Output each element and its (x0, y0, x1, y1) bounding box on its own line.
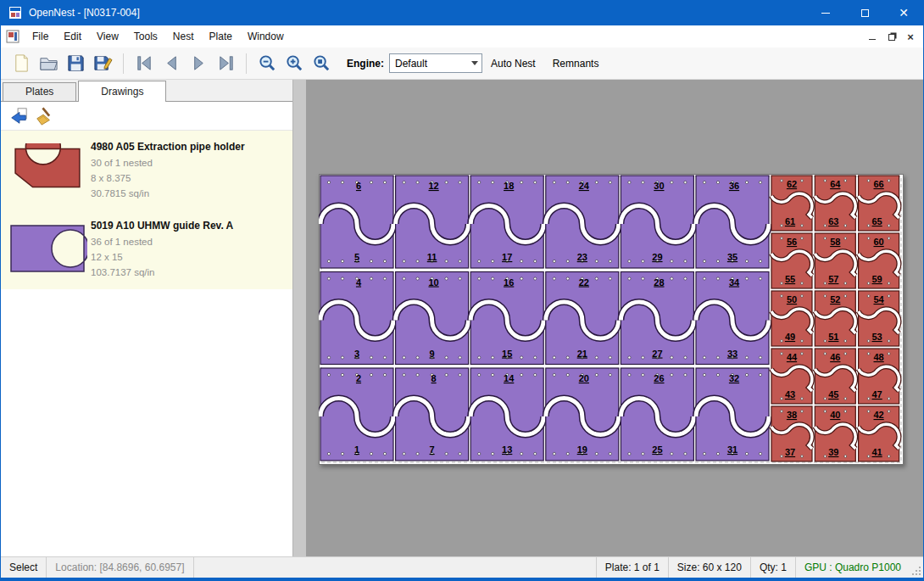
part-number: 12 (428, 181, 438, 191)
nested-part-pair-purple[interactable]: 28 27 (621, 272, 693, 365)
drill-hole (403, 181, 405, 183)
nested-part-pair-purple[interactable]: 22 21 (546, 272, 619, 365)
part-number: 44 (787, 352, 798, 362)
save-as-button[interactable] (89, 51, 116, 76)
nested-part-pair-purple[interactable]: 6 5 (320, 176, 393, 268)
nested-part-pair-red[interactable]: 58 57 (815, 233, 855, 288)
next-plate-button[interactable] (185, 51, 212, 76)
part-number: 54 (873, 294, 884, 304)
nested-part-pair-red[interactable]: 46 45 (815, 349, 855, 404)
menu-tools[interactable]: Tools (126, 26, 165, 47)
nested-part-pair-red[interactable]: 54 53 (859, 291, 899, 346)
previous-plate-button[interactable] (158, 51, 185, 76)
grip-dots-icon (911, 566, 921, 576)
chevron-down-icon[interactable] (467, 54, 481, 72)
nest-canvas[interactable]: 6 5 12 11 18 17 24 23 30 29 36 35 (293, 80, 923, 556)
drill-hole (781, 398, 783, 400)
menu-file[interactable]: File (25, 26, 56, 47)
clear-drawings-button[interactable] (31, 104, 57, 128)
close-button[interactable]: ✕ (884, 0, 923, 25)
nested-part-pair-red[interactable]: 40 39 (815, 406, 855, 461)
nested-part-pair-red[interactable]: 44 43 (771, 349, 812, 404)
load-drawings-button[interactable] (6, 104, 31, 128)
drill-hole (445, 277, 448, 280)
nested-part-pair-purple[interactable]: 32 31 (696, 368, 769, 461)
menu-view[interactable]: View (89, 26, 126, 47)
menu-nest[interactable]: Nest (165, 26, 202, 47)
zoom-fit-button[interactable] (308, 51, 335, 76)
nested-part-pair-purple[interactable]: 18 17 (470, 176, 543, 268)
tab-plates[interactable]: Plates (3, 82, 76, 101)
nested-part-pair-purple[interactable]: 26 25 (621, 368, 693, 461)
drill-hole (327, 452, 330, 455)
drill-hole (844, 398, 847, 400)
mdi-restore-button[interactable] (882, 27, 903, 46)
menu-edit[interactable]: Edit (56, 26, 89, 47)
tab-drawings[interactable]: Drawings (78, 81, 166, 102)
panel-tabstrip: Plates Drawings (1, 80, 292, 102)
nested-part-pair-red[interactable]: 50 49 (771, 291, 812, 346)
zoom-out-button[interactable] (253, 51, 281, 76)
nested-part-pair-red[interactable]: 60 59 (859, 233, 899, 288)
nested-part-pair-red[interactable]: 64 63 (815, 176, 855, 231)
drill-hole (370, 452, 372, 455)
nested-part-pair-red[interactable]: 48 47 (859, 349, 899, 404)
open-button[interactable] (35, 51, 62, 76)
nested-part-pair-red[interactable]: 62 61 (771, 176, 812, 231)
part-number: 35 (727, 252, 738, 262)
nested-part-pair-purple[interactable]: 34 33 (696, 272, 769, 365)
remnants-button[interactable]: Remnants (544, 53, 608, 75)
nested-part-pair-purple[interactable]: 10 9 (396, 272, 469, 365)
drill-hole (628, 356, 631, 359)
drill-hole (824, 340, 827, 343)
drawing-area: 30.7815 sq/in (91, 187, 245, 202)
drill-hole (703, 356, 705, 359)
plate[interactable]: 6 5 12 11 18 17 24 23 30 29 36 35 (319, 174, 904, 465)
nested-part-pair-purple[interactable]: 36 35 (696, 176, 769, 268)
drill-hole (609, 452, 611, 455)
drill-hole (478, 181, 481, 183)
nested-part-pair-purple[interactable]: 20 19 (546, 368, 619, 461)
drawing-item-5019[interactable]: 5019 A10 UHMW guide Rev. A 36 of 1 neste… (1, 209, 292, 288)
drill-hole (824, 455, 827, 458)
part-number: 2 (356, 373, 361, 383)
nested-part-pair-red[interactable]: 42 41 (859, 406, 899, 461)
nested-part-pair-red[interactable]: 66 65 (859, 176, 899, 231)
drill-hole (327, 260, 330, 262)
purple-part-shape (9, 222, 87, 275)
mdi-close-button[interactable]: × (903, 27, 923, 46)
drawing-item-4980[interactable]: 4980 A05 Extraction pipe holder 30 of 1 … (1, 131, 292, 209)
drill-hole (781, 353, 783, 355)
drill-hole (867, 225, 870, 227)
nested-part-pair-purple[interactable]: 4 3 (320, 272, 393, 365)
part-number: 27 (652, 349, 662, 359)
maximize-button[interactable] (845, 0, 884, 25)
nested-part-pair-purple[interactable]: 2 1 (320, 368, 393, 461)
nested-part-pair-purple[interactable]: 12 11 (396, 176, 469, 268)
auto-nest-button[interactable]: Auto Nest (482, 53, 544, 75)
drill-hole (595, 452, 598, 455)
nested-part-pair-purple[interactable]: 24 23 (546, 176, 619, 268)
save-button[interactable] (62, 51, 89, 76)
part-number: 63 (828, 216, 838, 226)
nested-part-pair-red[interactable]: 38 37 (771, 406, 812, 461)
drill-hole (781, 295, 783, 298)
last-plate-button[interactable] (212, 51, 239, 76)
new-button[interactable] (8, 51, 35, 76)
nested-part-pair-red[interactable]: 52 51 (815, 291, 855, 346)
resize-grip[interactable] (910, 557, 923, 578)
nested-part-pair-red[interactable]: 56 55 (771, 233, 812, 288)
menu-plate[interactable]: Plate (202, 26, 240, 47)
nested-part-pair-purple[interactable]: 30 29 (621, 176, 693, 268)
menu-window[interactable]: Window (240, 26, 292, 47)
first-plate-button[interactable] (131, 51, 158, 76)
zoom-in-button[interactable] (281, 51, 308, 76)
engine-select[interactable]: Default (389, 53, 482, 73)
nested-part-pair-purple[interactable]: 16 15 (470, 272, 543, 365)
drill-hole (759, 260, 761, 262)
minimize-button[interactable] (806, 0, 845, 25)
drill-hole (445, 452, 448, 455)
nested-part-pair-purple[interactable]: 8 7 (396, 368, 469, 461)
mdi-minimize-button[interactable] (862, 27, 882, 46)
nested-part-pair-purple[interactable]: 14 13 (470, 368, 543, 461)
